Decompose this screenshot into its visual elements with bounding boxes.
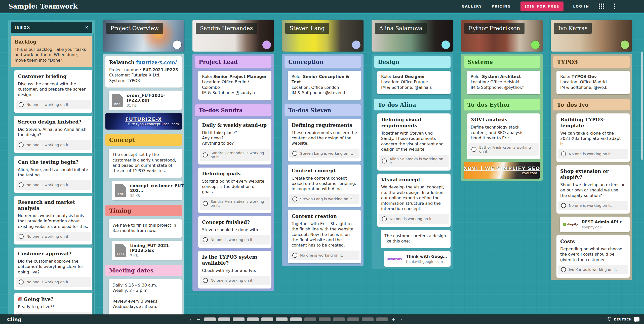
card[interactable]: Role: Lead DesignerLocation: Office Prag… — [377, 71, 451, 94]
assignee-row[interactable]: No one is working on it. — [558, 201, 628, 210]
assignee-row[interactable]: Sandra Hernandez is working on it. — [200, 149, 270, 161]
card[interactable]: Defining requirementsThese requirements … — [288, 119, 361, 161]
section-header[interactable]: To-dos Ivo — [553, 99, 630, 110]
card[interactable]: BacklogThis is our backlog. Take your ta… — [11, 36, 92, 67]
card[interactable]: Defining goalsStarting point of every we… — [198, 168, 271, 213]
page-segment[interactable] — [290, 317, 302, 321]
section-header[interactable]: To-dos Steven — [285, 104, 361, 116]
assignee-row[interactable]: No one is working on it. — [379, 214, 449, 224]
card[interactable]: XOVI analysisDefine technology stack, co… — [467, 113, 540, 159]
zoom-out-icon[interactable]: − — [195, 317, 202, 322]
section-header[interactable]: Project Lead — [195, 56, 271, 68]
close-icon[interactable]: ✕ — [85, 25, 89, 30]
attachment-card[interactable]: PDForder_FUT-2021-IP223.pdf31 KB — [109, 91, 182, 110]
radio-icon[interactable] — [382, 158, 387, 164]
assignee-row[interactable]: Ivo Karras is working on it. — [558, 265, 628, 274]
card[interactable]: Content creationTogether with Eric. Stra… — [288, 210, 361, 263]
page-segment[interactable] — [276, 317, 288, 321]
attachment-card[interactable]: XLSXtiming_FUT-2021-IP223.xlsx7 KB — [112, 241, 182, 260]
zoom-in-icon[interactable]: + — [390, 317, 397, 322]
card[interactable]: Building TYPO3-templateWe can take a clo… — [556, 113, 630, 162]
presence-avatar[interactable] — [441, 40, 450, 49]
assignee-row[interactable]: No one is working on it. — [200, 276, 270, 285]
radio-icon[interactable] — [561, 151, 566, 156]
presence-avatar[interactable] — [352, 40, 360, 49]
xovi-banner[interactable]: XOVI | WE SIMPLIFY SEOxovi.com — [464, 162, 540, 179]
assignee-row[interactable]: No one is working on it. — [16, 140, 91, 150]
column-header-photo[interactable]: Ivo Karras — [551, 20, 632, 52]
card[interactable]: Shop extension or shopify?Should we deve… — [556, 165, 630, 214]
column-header-photo[interactable]: Sandra Hernandez — [192, 20, 274, 52]
radio-icon[interactable] — [203, 201, 208, 206]
card[interactable]: The concept set by the customer is clear… — [109, 149, 182, 178]
radio-icon[interactable] — [203, 278, 208, 283]
link-title[interactable]: Think with Google – Entde... — [406, 254, 448, 259]
card[interactable]: We have to finish this project in 3.5 mo… — [109, 219, 182, 238]
page-segment[interactable] — [233, 317, 245, 321]
page-segment[interactable] — [319, 317, 331, 321]
assignee-row[interactable]: Eythor Fredrikson is working on it. — [468, 143, 539, 156]
radio-icon[interactable] — [561, 267, 566, 272]
radio-icon[interactable] — [19, 182, 24, 187]
section-header[interactable]: To-dos Sandra — [195, 104, 271, 116]
radio-icon[interactable] — [561, 203, 566, 208]
radio-icon[interactable] — [292, 253, 297, 258]
radio-icon[interactable] — [19, 279, 24, 285]
chevron-right-icon[interactable]: › — [399, 316, 403, 322]
card[interactable]: Role: TYPO3-DevLocation: Office MadridIM… — [556, 71, 630, 94]
page-segment[interactable] — [347, 317, 359, 321]
assignee-row[interactable]: No one is working on it. — [200, 235, 270, 245]
radio-icon[interactable] — [19, 142, 24, 147]
radio-icon[interactable] — [19, 102, 24, 107]
page-segment[interactable] — [333, 317, 345, 321]
section-header[interactable]: TYPO3 — [553, 56, 630, 68]
column-header-photo[interactable]: Alina Salamova — [372, 20, 453, 52]
assignee-row[interactable]: No one is working on it. — [16, 277, 91, 287]
card-title-link[interactable]: futurize-x.com/ — [136, 59, 177, 65]
section-header[interactable]: Meeting dates — [105, 265, 182, 276]
page-segment[interactable] — [204, 317, 216, 321]
feedback-bubble-icon[interactable] — [634, 317, 639, 321]
card[interactable]: Research and market analysisNumerous web… — [14, 196, 92, 245]
card[interactable]: Screen design finished?Did Steven, Alina… — [14, 116, 92, 153]
card[interactable]: Relaunch futurize-x.com/Project number: … — [105, 56, 182, 88]
column-header-photo[interactable]: Steven Lang — [282, 20, 364, 52]
column-header-photo[interactable]: Project Overview — [103, 20, 184, 52]
page-segment[interactable] — [362, 317, 374, 321]
card[interactable]: Customer approval?Did the customer appro… — [14, 248, 92, 290]
section-header[interactable]: Timing — [105, 205, 182, 216]
card[interactable]: The customer prefers a design like this … — [381, 230, 451, 248]
section-header[interactable]: Conception — [285, 56, 361, 68]
radio-icon[interactable] — [203, 152, 208, 157]
chevron-left-icon[interactable]: ‹ — [189, 316, 193, 322]
card[interactable]: Is the TYPO3 system available?Check with… — [198, 251, 271, 289]
presence-avatar[interactable] — [621, 40, 629, 49]
presence-avatar[interactable] — [173, 40, 181, 49]
log-in-button[interactable]: LOG IN — [573, 4, 589, 8]
assignee-row[interactable]: No one is working on it. — [16, 232, 91, 241]
more-menu-icon[interactable] — [614, 4, 615, 9]
card[interactable]: Concept finished?Steven should be done w… — [198, 216, 271, 248]
card[interactable]: CostsDepending on what we choose the ove… — [556, 235, 630, 278]
cling-logo[interactable]: Cling — [7, 316, 21, 322]
radio-icon[interactable] — [203, 237, 208, 242]
presence-avatar[interactable] — [531, 40, 540, 49]
page-segment[interactable] — [247, 317, 259, 321]
nav-gallery[interactable]: GALLERY — [462, 4, 482, 8]
card[interactable]: Visual conceptWe develop the visual conc… — [377, 174, 451, 227]
apps-grid-icon[interactable] — [599, 4, 604, 9]
assignee-row[interactable]: No one is working on it. — [558, 149, 628, 159]
radio-icon[interactable] — [19, 234, 24, 239]
section-header[interactable]: Concept — [105, 134, 182, 146]
link-preview-card[interactable]: creativityThink with Google – Entde...th… — [384, 251, 451, 267]
card[interactable]: Role: Senior Conception & TextLocation: … — [288, 71, 361, 100]
card[interactable]: Daily: 9.15 - 9.30 a.m.Weekly: 2 - 3 p.m… — [109, 279, 182, 315]
assignee-row[interactable]: No one is working on it. — [289, 251, 359, 260]
page-segment[interactable] — [376, 317, 388, 321]
card[interactable]: Daily & weekly stand-upDid it take place… — [198, 119, 271, 165]
inbox-scrollbar[interactable] — [93, 34, 94, 315]
assignee-row[interactable]: Alina Salamova is working on it. — [379, 155, 449, 167]
radio-icon[interactable] — [292, 196, 297, 201]
vertical-scrollbar[interactable] — [641, 52, 643, 160]
column-header-photo[interactable]: Eythor Fredrikson — [461, 20, 543, 52]
